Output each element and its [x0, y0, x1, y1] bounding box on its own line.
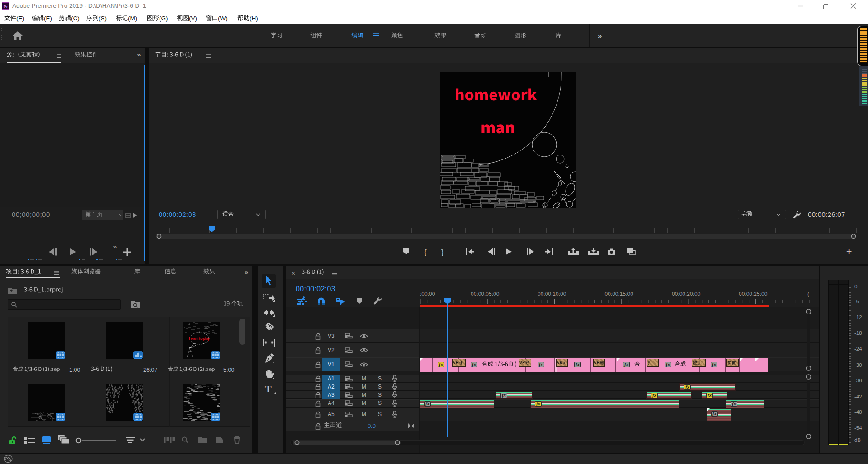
svg-text:I want to play: I want to play: [189, 337, 210, 341]
svg-text:Pr: Pr: [3, 4, 8, 9]
svg-text:{: {: [424, 248, 427, 257]
svg-text:}: }: [441, 248, 444, 257]
